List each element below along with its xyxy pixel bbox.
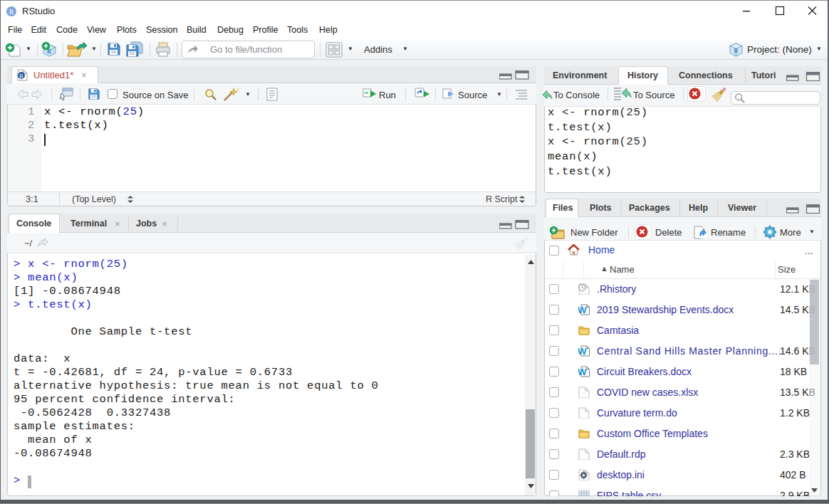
- svg-text:W: W: [578, 367, 587, 377]
- svg-text:R: R: [9, 8, 14, 16]
- svg-text:W: W: [578, 305, 587, 315]
- svg-text:R: R: [19, 73, 24, 80]
- svg-text:W: W: [578, 346, 587, 357]
- svg-text:R: R: [734, 47, 738, 54]
